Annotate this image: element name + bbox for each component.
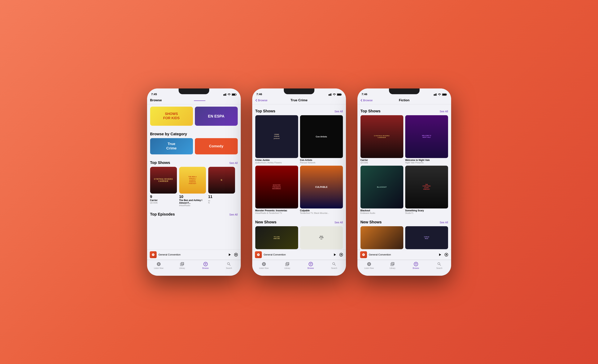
tab-label-library-2: Library [284, 267, 290, 269]
tab-library-2[interactable]: Library [275, 262, 299, 269]
svg-rect-23 [436, 93, 437, 96]
tab-library-3[interactable]: Library [381, 262, 404, 269]
new-shows-title-3: New Shows [360, 220, 382, 224]
grid-author-con-artists: Parcast Network [300, 162, 343, 164]
tab-browse-3[interactable]: Browse [404, 262, 428, 269]
new-show-live-die[interactable]: TO LIVEAND DIE [255, 226, 298, 249]
show-artwork-carrier: CYNTHIA RIVEROCARRIER [150, 167, 177, 194]
grid-name-crime-junkie: Crime Junkie [255, 159, 298, 162]
svg-point-29 [415, 264, 416, 265]
svg-rect-11 [329, 94, 330, 96]
nav-title-2: True Crime [291, 98, 307, 102]
nav-bar-2: Browse True Crime [252, 97, 346, 104]
grid-author-crime-junkie: audiochuck | Ashley Flowers [255, 162, 298, 164]
browse-by-category-section: Browse by Category [147, 129, 241, 136]
mini-artwork-3 [360, 251, 367, 258]
grid-name-con-artists: Con Artists [300, 159, 343, 162]
artwork-insomniac: MONSTERPRESENTSINSOMNIAC [255, 166, 298, 209]
show-card-3[interactable]: N 11 ... N [208, 167, 235, 207]
tab-label-library-3: Library [390, 267, 396, 269]
new-show-critical-role[interactable]: CriticalRole [405, 226, 448, 249]
mini-controls-1 [227, 253, 238, 257]
svg-rect-17 [337, 94, 341, 95]
nav-bar-3: Browse Fiction [357, 97, 451, 104]
phone-2: 7:46 Browse True Crime Top Shows [252, 89, 346, 276]
top-shows-section-2: Top Shows See All [252, 104, 346, 113]
nav-back-2[interactable]: Browse [255, 99, 267, 102]
tab-search-3[interactable]: Search [428, 262, 451, 269]
featured-row-1: SHOWSFOR KIDS EN ESPA [147, 107, 241, 126]
see-all-new-2[interactable]: See All [334, 221, 343, 224]
svg-rect-3 [226, 93, 226, 96]
top-episodes-section: Top Episodes See All [147, 209, 241, 217]
banner-shows-kids[interactable]: SHOWSFOR KIDS [150, 107, 193, 126]
nav-title-3: Fiction [399, 98, 410, 102]
svg-point-8 [204, 262, 208, 266]
grid-card-something-scary[interactable]: THESOMETHINGSCARYPODCAST Something Scary… [405, 166, 448, 214]
mini-title-3: General Convention [369, 253, 436, 256]
category-row: TrueCrime Comedy [147, 138, 241, 154]
see-all-1[interactable]: See All [229, 162, 238, 164]
tab-label-browse-1: Browse [202, 267, 209, 269]
top-shows-title-3: Top Shows [360, 109, 381, 113]
svg-rect-27 [442, 94, 446, 95]
see-all-episodes-1[interactable]: See All [229, 213, 238, 216]
mini-artwork-1 [150, 251, 157, 258]
tab-search-1[interactable]: Search [217, 262, 241, 269]
show-card-ben-ashley[interactable]: THE BEN &ASHLEY IALMOSTFAMOUSPODCAST 10 … [179, 167, 206, 207]
artwork-something-scary: THESOMETHINGSCARYPODCAST [405, 166, 448, 209]
new-show-man-la-label: MANIN THELA [319, 236, 324, 240]
tab-listen-now-1[interactable]: Listen Now [147, 262, 171, 269]
tab-label-listen-2: Listen Now [259, 267, 268, 269]
top-shows-title-1: Top Shows [150, 161, 170, 165]
grid-card-crime-junkie[interactable]: CRIMEJUNKIEpodcast Crime Junkie audiochu… [255, 115, 298, 164]
svg-rect-7 [232, 94, 235, 95]
category-true-crime[interactable]: TrueCrime [150, 138, 193, 154]
mini-controls-3 [438, 253, 448, 257]
grid-name-blackout: Blackout [360, 209, 403, 212]
show-card-carrier[interactable]: CYNTHIA RIVEROCARRIER 9 Carrier QCODE [150, 167, 177, 207]
nav-back-3[interactable]: Browse [360, 99, 373, 102]
svg-rect-10 [329, 94, 329, 96]
new-show-man-la[interactable]: MANIN THELA [300, 226, 343, 249]
status-time-1: 7:45 [151, 92, 157, 96]
show-rank-11: 11 [208, 194, 235, 199]
see-all-2[interactable]: See All [334, 110, 343, 113]
show-rank-10: 10 [179, 194, 206, 199]
tab-listen-now-3[interactable]: Listen Now [357, 262, 381, 269]
new-shows-section-2: New Shows See All [252, 217, 346, 224]
show-name-carrier: Carrier [150, 199, 177, 202]
svg-rect-16 [341, 94, 341, 95]
mini-player-3[interactable]: General Convention [357, 250, 451, 260]
see-all-new-3[interactable]: See All [440, 221, 448, 224]
artwork-blackout: BLACKOUT [360, 166, 403, 209]
category-comedy[interactable]: Comedy [195, 138, 238, 154]
svg-rect-13 [331, 93, 332, 96]
mini-player-1[interactable]: General Convention [147, 250, 241, 260]
banner-espanol[interactable]: EN ESPA [195, 107, 238, 126]
grid-card-carrier-fiction[interactable]: CYNTHIA RIVEROCARRIER Carrier QCODE [360, 115, 403, 164]
tab-search-2[interactable]: Search [323, 262, 346, 269]
tab-label-listen-1: Listen Now [154, 267, 163, 269]
grid-name-something-scary: Something Scary [405, 209, 448, 212]
top-shows-section-3: Top Shows See All [357, 104, 451, 113]
new-shows-row-2: TO LIVEAND DIE MANIN THELA [252, 226, 346, 249]
grid-card-blackout[interactable]: BLACKOUT Blackout Endeavor Audio [360, 166, 403, 214]
grid-card-night-vale[interactable]: WELCOME TONIGHT VALE Welcome to Night Va… [405, 115, 448, 164]
grid-author-culpable: Tenderfoot TV, Black Mountai... [300, 212, 343, 214]
tab-listen-now-2[interactable]: Listen Now [252, 262, 276, 269]
show-author-carrier: QCODE [150, 202, 177, 204]
grid-card-con-artists[interactable]: Con Artists Con Artists Parcast Network [300, 115, 343, 164]
see-all-3[interactable]: See All [440, 110, 448, 113]
svg-point-18 [309, 262, 313, 266]
new-show-new1[interactable] [360, 226, 403, 249]
tab-browse-2[interactable]: Browse [299, 262, 323, 269]
status-time-3: 7:46 [362, 92, 367, 96]
grid-card-culpable[interactable]: CULPABLE Culpable Tenderfoot TV, Black M… [300, 166, 343, 214]
grid-card-insomniac[interactable]: MONSTERPRESENTSINSOMNIAC Monster Present… [255, 166, 298, 214]
browse-category-title: Browse by Category [150, 132, 187, 136]
tab-browse-1[interactable]: Browse [194, 262, 217, 269]
tab-library-1[interactable]: Library [170, 262, 194, 269]
new-show-live-die-label: TO LIVEAND DIE [274, 236, 280, 239]
mini-player-2[interactable]: General Convention [252, 250, 346, 260]
